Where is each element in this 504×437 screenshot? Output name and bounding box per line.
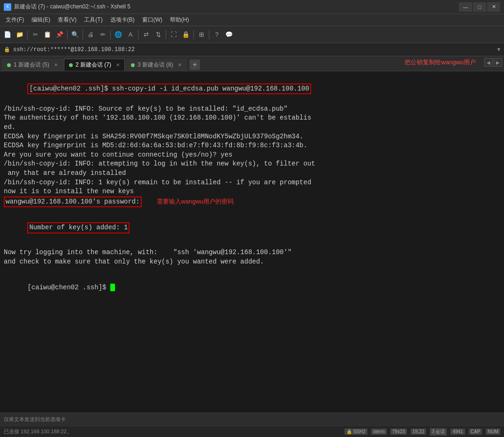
cursor (110, 284, 115, 291)
tab-label-3: 3 新建会话 (8) (137, 61, 173, 69)
tab-dot-1 (7, 63, 11, 67)
badge-num: NUM (486, 429, 500, 435)
menu-tabs[interactable]: 选项卡(B) (107, 14, 138, 26)
titlebar-controls: — □ ✕ (459, 2, 500, 12)
toolbar-paste[interactable]: 📌 (54, 29, 65, 40)
output-line-5: ECDSA key fingerprint is MD5:d2:6d:6a:6a… (4, 141, 500, 151)
app-icon: X (4, 3, 11, 11)
toolbar-globe[interactable]: 🌐 (113, 29, 124, 40)
output-line-3: ed. (4, 123, 500, 132)
tab-1[interactable]: 1 新建会话 (5) ✕ (2, 59, 63, 71)
toolbar-font[interactable]: A (125, 29, 136, 40)
output-line-9: /bin/ssh-copy-id: INFO: 1 key(s) remain … (4, 178, 500, 188)
tab-nav-buttons: ◀ ▶ (484, 58, 502, 67)
toolbar-compose[interactable]: ✏ (97, 29, 108, 40)
titlebar: X 新建会话 (7) - caiwu@chen02:~/.ssh - Xshel… (0, 0, 504, 14)
toolbar-info[interactable]: 💬 (223, 29, 235, 40)
infobar: 已连接 192.168.100.188:22。 🔒 SSH2 xterm 79x… (0, 426, 504, 437)
keys-added-line: Number of key(s) added: 1 (4, 211, 500, 244)
prompt-line: [caiwu@chen02 .ssh]$ (4, 274, 500, 301)
menu-edit[interactable]: 编辑(E) (28, 14, 54, 26)
maximize-button[interactable]: □ (473, 2, 486, 12)
toolbar-fullscreen[interactable]: ⛶ (168, 29, 179, 40)
output-line-8: any that are already installed (4, 169, 500, 178)
tabbar: 1 新建会话 (5) ✕ 2 新建会话 (7) ✕ 3 新建会话 (8) ✕ +… (0, 56, 504, 71)
toolbar-find[interactable]: 🔍 (69, 29, 81, 40)
tab-prev-button[interactable]: ◀ (484, 58, 493, 67)
badge-pos: 19,22 (411, 429, 426, 435)
menu-tools[interactable]: 工具(T) (80, 14, 106, 26)
output-line-10: now it is to install the new keys (4, 187, 500, 196)
toolbar: 📄 📁 ✂ 📋 📌 🔍 🖨 ✏ 🌐 A ⇄ ⇅ ⛶ 🔒 ⊞ ? 💬 (0, 26, 504, 43)
tab-label-2: 2 新建会话 (7) (76, 61, 111, 69)
tab-next-button[interactable]: ▶ (494, 58, 502, 67)
badge-ssh2: 🔒 SSH2 (344, 429, 367, 435)
statusbar: 仅将文本发送到当前选项卡 (0, 413, 504, 426)
password-line: wangwu@192.168.100.100's password: 需要输入w… (4, 196, 500, 208)
cmd-line-main: [caiwu@chen02 .ssh]$ ssh-copy-id -i id_e… (4, 74, 500, 105)
prompt-text: [caiwu@chen02 .ssh]$ (27, 284, 110, 291)
toolbar-open[interactable]: 📁 (14, 29, 25, 40)
badge-size: 79x23 (390, 429, 407, 435)
password-annotation: 需要输入wangwu用户的密码 (157, 197, 234, 206)
password-highlight: wangwu@192.168.100.100's password: (4, 196, 142, 208)
tab-close-3[interactable]: ✕ (178, 62, 182, 68)
toolbar-lock[interactable]: 🔒 (180, 29, 191, 40)
infobar-badges: 🔒 SSH2 xterm 79x23 19,22 3 会话 4941 CAP N… (344, 428, 500, 436)
badge-sessions: 3 会话 (430, 428, 447, 436)
tab-close-1[interactable]: ✕ (54, 62, 58, 68)
output-line-7: /bin/ssh-copy-id: INFO: attempting to lo… (4, 159, 500, 169)
output-line-4: ECDSA key fingerprint is SHA256:RV00f7MS… (4, 132, 500, 142)
command-highlight: [caiwu@chen02 .ssh]$ ssh-copy-id -i id_e… (27, 83, 311, 95)
toolbar-help[interactable]: ? (211, 29, 222, 40)
toolbar-new[interactable]: 📄 (2, 29, 13, 40)
keys-added-highlight: Number of key(s) added: 1 (27, 222, 130, 234)
close-button[interactable]: ✕ (487, 2, 500, 12)
tab-dot-3 (131, 63, 135, 67)
tab-2[interactable]: 2 新建会话 (7) ✕ (64, 59, 125, 71)
toolbar-copy[interactable]: 📋 (42, 29, 53, 40)
tab-annotation: 把公钥复制给wangwu用户 (405, 58, 476, 67)
output-line-1: /bin/ssh-copy-id: INFO: Source of key(s)… (4, 105, 500, 114)
tab-add-button[interactable]: + (190, 60, 200, 70)
tab-dot-2 (69, 63, 73, 67)
badge-num1: 4941 (451, 429, 465, 435)
badge-cap: CAP (469, 429, 482, 435)
toolbar-ftp[interactable]: ⇅ (153, 29, 164, 40)
statusbar-text: 仅将文本发送到当前选项卡 (4, 416, 66, 423)
tab-3[interactable]: 3 新建会话 (8) ✕ (126, 59, 187, 71)
terminal[interactable]: [caiwu@chen02 .ssh]$ ssh-copy-id -i id_e… (0, 71, 504, 413)
addressbar: 🔒 ssh://root:******@192.168.100.188:22 ▼ (0, 43, 504, 56)
lock-icon: 🔒 (4, 46, 10, 53)
output-line-6: Are you sure you want to continue connec… (4, 151, 500, 160)
menu-file[interactable]: 文件(F) (2, 14, 28, 26)
toolbar-print[interactable]: 🖨 (85, 29, 96, 40)
toolbar-cut[interactable]: ✂ (30, 29, 41, 40)
menubar: 文件(F) 编辑(E) 查看(V) 工具(T) 选项卡(B) 窗口(W) 帮助(… (0, 14, 504, 26)
output-line-11: Now try logging into the machine, with: … (4, 248, 500, 257)
menu-view[interactable]: 查看(V) (54, 14, 80, 26)
toolbar-transfer[interactable]: ⇄ (140, 29, 152, 40)
tab-label-1: 1 新建会话 (5) (14, 61, 49, 69)
tab-close-2[interactable]: ✕ (116, 62, 120, 68)
menu-window[interactable]: 窗口(W) (138, 14, 166, 26)
titlebar-left: X 新建会话 (7) - caiwu@chen02:~/.ssh - Xshel… (4, 3, 130, 11)
connection-status: 已连接 192.168.100.188:22。 (4, 428, 72, 435)
minimize-button[interactable]: — (459, 2, 472, 12)
menu-help[interactable]: 帮助(H) (166, 14, 193, 26)
dropdown-icon[interactable]: ▼ (497, 47, 500, 53)
output-line-12: and check to make sure that only the key… (4, 257, 500, 267)
badge-xterm: xterm (371, 429, 387, 435)
toolbar-grid[interactable]: ⊞ (196, 29, 207, 40)
window-title: 新建会话 (7) - caiwu@chen02:~/.ssh - Xshell … (14, 3, 130, 11)
terminal-content: [caiwu@chen02 .ssh]$ ssh-copy-id -i id_e… (4, 74, 500, 301)
address-text: ssh://root:******@192.168.100.188:22 (13, 46, 494, 53)
output-line-2: The authenticity of host '192.168.100.10… (4, 113, 500, 123)
